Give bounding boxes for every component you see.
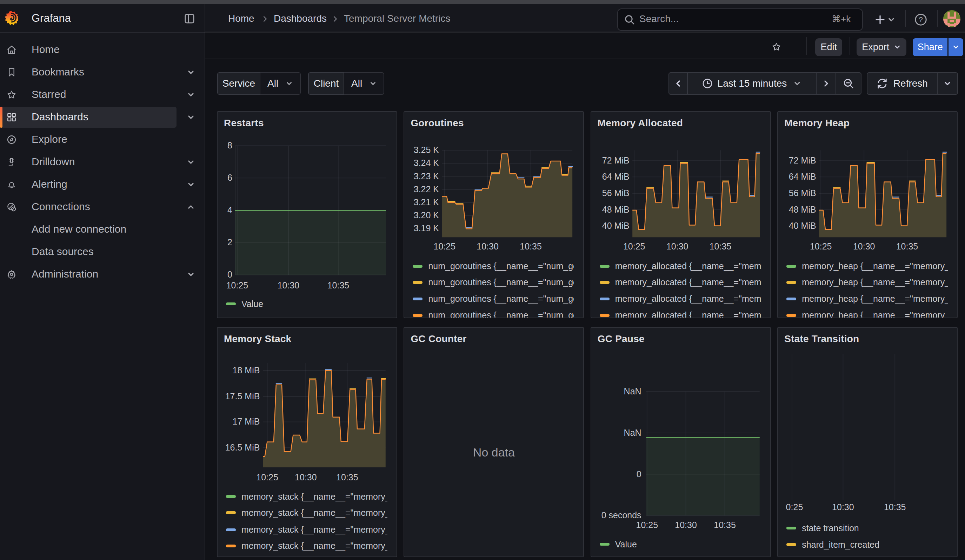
- svg-text:2: 2: [227, 237, 232, 247]
- svg-text:72 MiB: 72 MiB: [602, 155, 630, 165]
- svg-text:56 MiB: 56 MiB: [789, 188, 816, 198]
- svg-text:10:35: 10:35: [327, 280, 350, 290]
- svg-text:3.21 K: 3.21 K: [414, 197, 439, 207]
- svg-text:56 MiB: 56 MiB: [602, 188, 630, 198]
- svg-text:NaN: NaN: [623, 386, 641, 396]
- svg-text:NaN: NaN: [623, 428, 641, 438]
- svg-text:10:35: 10:35: [896, 242, 918, 251]
- svg-text:17 MiB: 17 MiB: [233, 416, 260, 426]
- svg-text:10:30: 10:30: [666, 242, 689, 251]
- svg-text:6: 6: [227, 173, 232, 183]
- svg-text:10:35: 10:35: [714, 520, 736, 530]
- svg-text:16.5 MiB: 16.5 MiB: [225, 442, 260, 452]
- svg-text:3.22 K: 3.22 K: [414, 184, 439, 194]
- svg-text:40 MiB: 40 MiB: [789, 221, 816, 230]
- svg-text:10:30: 10:30: [853, 242, 875, 251]
- svg-text:0: 0: [227, 269, 232, 279]
- svg-text:0: 0: [636, 469, 641, 479]
- svg-text:0 seconds: 0 seconds: [601, 510, 641, 520]
- svg-text:3.23 K: 3.23 K: [414, 171, 439, 181]
- svg-text:10:30: 10:30: [832, 502, 854, 512]
- svg-text:10:25: 10:25: [623, 242, 645, 251]
- svg-text:64 MiB: 64 MiB: [602, 171, 630, 181]
- svg-text:?: ?: [919, 15, 923, 23]
- svg-text:10:30: 10:30: [278, 280, 300, 290]
- svg-text:3.19 K: 3.19 K: [414, 223, 439, 233]
- svg-text:10:25: 10:25: [636, 520, 658, 530]
- svg-text:10:30: 10:30: [295, 472, 317, 482]
- svg-text:3.25 K: 3.25 K: [414, 145, 439, 155]
- svg-text:10:35: 10:35: [336, 472, 358, 482]
- svg-text:72 MiB: 72 MiB: [789, 155, 816, 165]
- svg-text:10:25: 10:25: [781, 502, 803, 512]
- svg-text:8: 8: [227, 140, 232, 150]
- svg-text:10:25: 10:25: [256, 472, 278, 482]
- svg-text:10:35: 10:35: [884, 502, 906, 512]
- svg-text:10:35: 10:35: [520, 242, 542, 251]
- svg-text:17.5 MiB: 17.5 MiB: [225, 391, 260, 401]
- svg-text:18 MiB: 18 MiB: [233, 365, 260, 375]
- svg-text:48 MiB: 48 MiB: [789, 204, 816, 214]
- svg-text:3.24 K: 3.24 K: [414, 158, 439, 168]
- svg-text:10:30: 10:30: [477, 242, 499, 251]
- svg-text:64 MiB: 64 MiB: [789, 171, 816, 181]
- svg-text:10:25: 10:25: [434, 242, 456, 251]
- svg-text:3.20 K: 3.20 K: [414, 210, 439, 220]
- svg-text:48 MiB: 48 MiB: [602, 204, 630, 214]
- svg-text:10:30: 10:30: [675, 520, 697, 530]
- svg-text:10:35: 10:35: [710, 242, 732, 251]
- svg-text:10:25: 10:25: [226, 280, 249, 290]
- svg-text:40 MiB: 40 MiB: [602, 221, 630, 230]
- svg-text:10:25: 10:25: [810, 242, 832, 251]
- svg-text:4: 4: [227, 205, 232, 215]
